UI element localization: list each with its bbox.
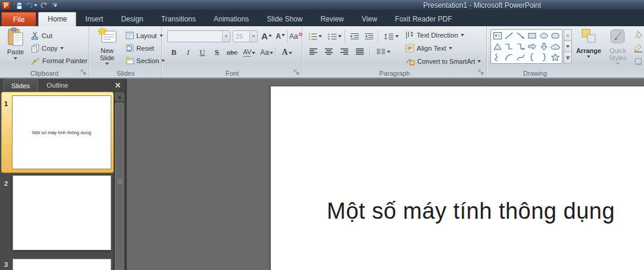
clipboard-dialog-launcher[interactable] [80,69,87,76]
pane-tab-slides[interactable]: Slides [3,79,38,92]
font-name-combobox[interactable] [167,30,230,42]
shape-down-arrow[interactable] [538,41,550,52]
tab-animations[interactable]: Animations [205,13,258,26]
font-size-dropdown[interactable] [249,31,257,42]
character-spacing-button[interactable]: AV [241,45,258,58]
outdent-icon [350,33,359,41]
copy-button[interactable]: Copy [31,42,64,54]
format-painter-button[interactable]: Format Painter [31,55,87,66]
increase-indent-button[interactable] [362,30,376,42]
shape-curve[interactable] [515,52,527,63]
shape-rounded-rectangle[interactable] [550,30,562,41]
numbering-button[interactable] [326,30,343,42]
powerpoint-logo-icon[interactable]: P [2,1,10,10]
pane-tab-strip: Slides Outline [0,79,125,92]
font-color-button[interactable]: A [279,45,295,58]
columns-button[interactable] [374,46,392,58]
reset-label: Reset [136,45,154,52]
gallery-scroll-up-button[interactable] [564,29,572,41]
shape-outline-button[interactable]: Sh [634,42,644,54]
shape-effects-button[interactable]: Sh [634,55,644,67]
shape-scribble[interactable] [492,52,504,63]
chevron-down-icon [477,60,481,63]
save-button[interactable] [15,2,23,10]
font-name-dropdown[interactable] [222,31,230,42]
tab-file[interactable]: File [1,12,36,26]
scrollbar-thumb[interactable] [115,103,124,270]
text-direction-button[interactable]: Text Direction [405,29,464,41]
shape-text-box[interactable] [492,30,504,41]
shape-rectangle[interactable] [527,30,539,41]
reset-button[interactable]: Reset [126,42,154,54]
redo-button[interactable] [40,2,48,9]
italic-button[interactable]: I [183,45,193,58]
slide-title-text[interactable]: Một số máy tính thông dụng [327,198,615,224]
tab-review[interactable]: Review [311,13,352,26]
align-center-button[interactable] [322,46,335,58]
align-text-button[interactable]: Align Text [405,42,452,54]
quick-styles-button[interactable]: Quick Styles [604,27,632,65]
scrollbar-up-button[interactable] [115,92,124,101]
grow-arrow-icon [268,34,272,36]
pane-scrollbar[interactable] [114,92,124,270]
slide-canvas[interactable]: Một số máy tính thông dụng [271,86,644,270]
ribbon: Paste Cut Copy [0,26,644,79]
slide-thumbnail-3[interactable] [12,259,111,270]
shape-line[interactable] [504,30,515,41]
strikethrough-button[interactable]: abe [224,45,240,58]
shape-right-brace[interactable] [538,52,550,63]
clear-formatting-button[interactable]: Aa [289,29,302,42]
shape-cloud[interactable] [550,41,562,52]
shape-star[interactable] [550,52,562,63]
tab-foxit-reader-pdf[interactable]: Foxit Reader PDF [386,13,461,26]
shape-arrow[interactable] [515,30,527,41]
tab-slide-show[interactable]: Slide Show [258,13,311,26]
customize-qat-button[interactable] [53,4,57,7]
font-size-combobox[interactable]: 25 [233,30,258,42]
shape-elbow-connector[interactable] [504,41,515,52]
bold-button[interactable]: B [168,45,179,58]
shape-left-brace[interactable] [527,52,539,63]
section-button[interactable]: Section [126,55,165,66]
shape-right-arrow[interactable] [527,41,539,52]
grow-font-button[interactable]: A [260,29,273,42]
shape-fill-button[interactable]: Sh [634,29,644,41]
layout-button[interactable]: Layout [126,30,163,41]
underline-button[interactable]: U [197,45,208,58]
tab-transitions[interactable]: Transitions [152,13,205,26]
justify-button[interactable] [353,46,366,58]
font-dialog-launcher[interactable] [293,69,300,76]
align-left-button[interactable] [307,46,320,58]
shapes-gallery-scrollbar [564,29,572,64]
bullets-button[interactable] [307,30,323,42]
paragraph-dialog-launcher[interactable] [478,69,484,76]
slide-thumbnail-1[interactable]: Một số máy tính thông dụng [12,95,111,169]
align-right-button[interactable] [337,46,351,58]
dialog-launcher-icon [478,69,484,76]
shape-oval[interactable] [538,30,550,41]
tab-home[interactable]: Home [38,12,76,26]
tab-design[interactable]: Design [112,13,152,26]
arrange-button[interactable]: Arrange [574,27,603,58]
tab-view[interactable]: View [353,13,386,26]
chevron-down-icon [270,52,273,54]
gallery-more-button[interactable] [564,52,572,64]
decrease-indent-button[interactable] [348,30,361,42]
cut-button[interactable]: Cut [31,30,52,41]
shape-elbow-arrow-connector[interactable] [515,41,527,52]
shrink-font-button[interactable]: A [274,29,286,42]
gallery-scroll-down-button[interactable] [564,41,572,52]
line-spacing-button[interactable] [382,30,401,42]
paste-button[interactable]: Paste [2,27,29,60]
tab-insert[interactable]: Insert [76,13,112,26]
slide-thumbnail-2[interactable] [12,175,111,250]
new-slide-button[interactable]: New Slide [92,27,122,65]
text-shadow-button[interactable]: S [211,45,222,58]
pane-close-button[interactable] [115,82,121,88]
pane-tab-outline[interactable]: Outline [39,79,76,92]
convert-to-smartart-button[interactable]: Convert to SmartArt [405,55,481,67]
shape-arc[interactable] [504,52,515,63]
undo-button[interactable] [26,2,37,9]
shape-triangle[interactable] [492,41,504,52]
change-case-button[interactable]: Aa [259,45,274,58]
